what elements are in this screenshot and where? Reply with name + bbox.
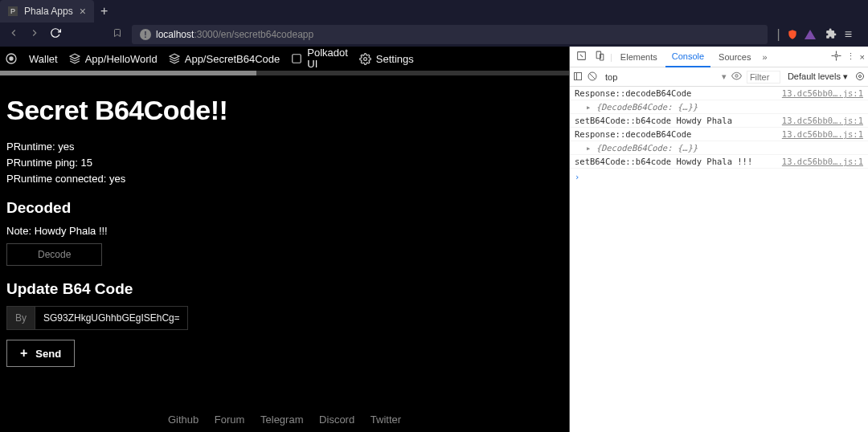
console-row: Response::decodeB64Code 13.dc56bb0….js:1	[570, 87, 868, 100]
favicon: P	[8, 6, 18, 16]
decoded-note: Note: Howdy Phala !!!	[6, 225, 563, 237]
plus-icon: +	[20, 346, 27, 361]
console-filter-bar: top ▾ Default levels ▾	[570, 67, 868, 87]
new-tab-button[interactable]: +	[94, 4, 114, 18]
console-row: setB64Code::b64code Howdy Phala !!! 13.d…	[570, 155, 868, 169]
browser-chrome: P Phala Apps × + ! localhost:3000/en/sec…	[0, 0, 868, 47]
console-prompt[interactable]: ›	[570, 169, 868, 185]
device-toggle-icon[interactable]	[592, 51, 608, 63]
console-sidebar-toggle-icon[interactable]	[573, 71, 583, 83]
svg-point-12	[735, 75, 738, 77]
console-message: Response::decodeB64Code	[575, 88, 782, 98]
footer-github[interactable]: Github	[168, 414, 199, 426]
site-info-icon[interactable]: !	[140, 29, 151, 40]
app-area: Wallet App/HelloWorld App/SecretB64Code …	[0, 47, 569, 432]
console-settings-icon[interactable]	[855, 71, 865, 83]
console-row-object: {DecodeB64Code: {…}}	[570, 141, 868, 155]
devtools-close-icon[interactable]: ×	[860, 52, 865, 62]
app-helloworld-link[interactable]: App/HelloWorld	[69, 53, 158, 65]
send-button[interactable]: + Send	[6, 340, 75, 367]
page-title: Secret B64Code!!	[6, 95, 563, 126]
footer-twitter[interactable]: Twitter	[371, 414, 401, 426]
app-secret-label: App/SecretB64Code	[185, 53, 280, 65]
console-source-link[interactable]: 13.dc56bb0….js:1	[782, 116, 863, 125]
pruntime-connected-status: PRuntime connected: yes	[6, 173, 563, 185]
console-row-object: {DecodeB64Code: {…}}	[570, 100, 868, 114]
inspect-icon[interactable]	[573, 51, 590, 63]
console-output: Response::decodeB64Code 13.dc56bb0….js:1…	[570, 87, 868, 432]
devtools-kebab-icon[interactable]: ⋮	[846, 51, 855, 62]
console-message: setB64Code::b64code Howdy Phala !!!	[575, 157, 782, 166]
log-levels-select[interactable]: Default levels ▾	[785, 71, 850, 82]
devtools-tabs: | Elements Console Sources » ⋮ ×	[570, 47, 868, 67]
console-message: Response::decodeB64Code	[575, 129, 782, 139]
b64-input[interactable]	[35, 306, 188, 330]
console-source-link[interactable]: 13.dc56bb0….js:1	[782, 88, 863, 98]
reload-button[interactable]	[50, 27, 61, 42]
live-expression-icon[interactable]	[731, 71, 742, 83]
tab-title: Phala Apps	[24, 6, 73, 17]
footer-discord[interactable]: Discord	[319, 414, 354, 426]
brave-shield-icon[interactable]	[787, 29, 798, 40]
decode-button[interactable]: Decode	[6, 243, 102, 266]
console-object[interactable]: {DecodeB64Code: {…}}	[575, 102, 698, 112]
pruntime-status: PRuntime: yes	[6, 141, 563, 153]
tabs-bar: P Phala Apps × +	[0, 0, 868, 22]
record-icon[interactable]	[5, 52, 18, 65]
footer-links: Github Forum Telegram Discord Twitter	[0, 407, 569, 432]
elements-tab[interactable]: Elements	[614, 47, 664, 67]
triangle-icon[interactable]	[805, 30, 816, 39]
polkadot-ui-link[interactable]: Polkadot UI	[291, 47, 348, 71]
svg-point-7	[834, 55, 837, 57]
close-icon[interactable]: ×	[80, 5, 86, 18]
devtools-tabs-right: ⋮ ×	[831, 51, 865, 63]
address-bar[interactable]: ! localhost:3000/en/secretb64codeapp	[132, 25, 768, 44]
console-tab[interactable]: Console	[665, 47, 710, 67]
forward-button[interactable]	[29, 27, 40, 42]
console-source-link[interactable]: 13.dc56bb0….js:1	[782, 129, 863, 139]
context-select[interactable]: top	[602, 72, 620, 82]
context-dropdown-icon[interactable]: ▾	[625, 71, 727, 82]
browser-menu-area: ≡	[825, 27, 860, 42]
decoded-heading: Decoded	[6, 199, 563, 217]
footer-forum[interactable]: Forum	[215, 414, 245, 426]
main-layout: Wallet App/HelloWorld App/SecretB64Code …	[0, 47, 868, 432]
svg-point-14	[857, 72, 864, 79]
settings-label: Settings	[376, 53, 414, 65]
settings-link[interactable]: Settings	[359, 53, 414, 65]
more-tabs-icon[interactable]: »	[759, 52, 770, 62]
clear-console-icon[interactable]	[588, 71, 597, 83]
extension-icons: |	[777, 27, 816, 42]
svg-point-3	[363, 57, 366, 60]
devtools-settings-icon[interactable]	[831, 51, 841, 63]
bookmark-icon[interactable]	[113, 27, 122, 42]
polkadot-label: Polkadot UI	[307, 47, 348, 71]
console-filter-input[interactable]	[747, 71, 780, 84]
hamburger-icon[interactable]: ≡	[845, 27, 852, 42]
svg-rect-8	[575, 72, 582, 79]
address-host: localhost	[156, 29, 194, 40]
nav-bar: ! localhost:3000/en/secretb64codeapp | ≡	[0, 22, 868, 47]
console-row: Response::decodeB64Code 13.dc56bb0….js:1	[570, 128, 868, 141]
app-topbar: Wallet App/HelloWorld App/SecretB64Code …	[0, 47, 569, 71]
divider: |	[777, 27, 780, 42]
console-message: setB64Code::b64code Howdy Phala	[575, 116, 782, 125]
wallet-link[interactable]: Wallet	[29, 53, 58, 65]
console-source-link[interactable]: 13.dc56bb0….js:1	[782, 157, 863, 166]
browser-tab[interactable]: P Phala Apps ×	[0, 0, 94, 22]
app-hello-label: App/HelloWorld	[85, 53, 158, 65]
back-button[interactable]	[8, 27, 19, 42]
address-path: :3000/en/secretb64codeapp	[194, 29, 313, 40]
devtools-panel: | Elements Console Sources » ⋮ × top ▾	[569, 47, 868, 432]
console-object[interactable]: {DecodeB64Code: {…}}	[575, 143, 698, 153]
app-secretb64-link[interactable]: App/SecretB64Code	[169, 53, 280, 65]
app-content: Secret B64Code!! PRuntime: yes PRuntime …	[0, 75, 569, 407]
sources-tab[interactable]: Sources	[712, 47, 757, 67]
send-label: Send	[35, 348, 61, 360]
update-heading: Update B64 Code	[6, 280, 563, 298]
wallet-label: Wallet	[29, 53, 58, 65]
by-label: By	[6, 306, 35, 330]
svg-rect-2	[293, 55, 301, 63]
footer-telegram[interactable]: Telegram	[260, 414, 303, 426]
extensions-icon[interactable]	[825, 28, 837, 42]
